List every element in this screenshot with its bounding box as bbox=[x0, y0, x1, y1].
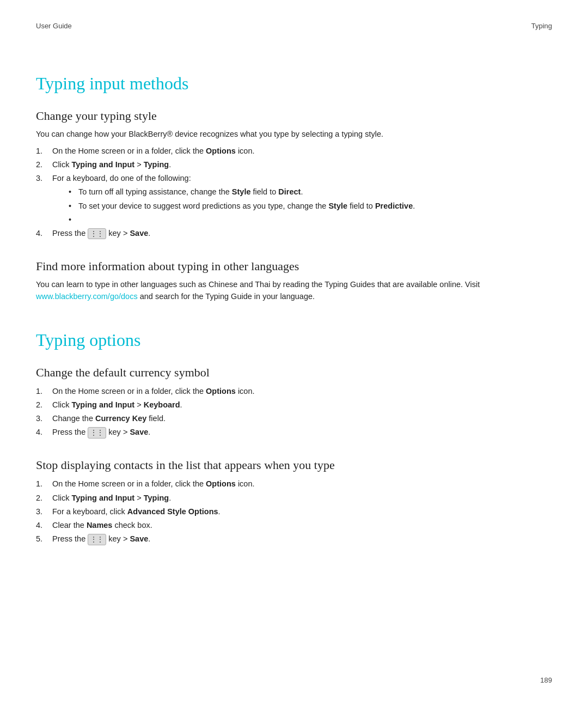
blackberry-link[interactable]: www.blackberry.com/go/docs bbox=[36, 292, 138, 301]
subsection2-title: Find more information about typing in ot… bbox=[36, 259, 552, 273]
header-right: Typing bbox=[531, 22, 552, 30]
section1-title: Typing input methods bbox=[36, 74, 552, 94]
subsection2-body: You can learn to type in other languages… bbox=[36, 279, 552, 303]
bullet-direct: To turn off all typing assistance, chang… bbox=[69, 186, 552, 198]
contacts-title: Stop displaying contacts in the list tha… bbox=[36, 458, 552, 472]
section-typing-options: Typing options Change the default curren… bbox=[36, 330, 552, 546]
contacts-steps: 1. On the Home screen or in a folder, cl… bbox=[36, 478, 552, 545]
header-left: User Guide bbox=[36, 22, 72, 30]
contacts-step-5: 5. Press the ⋮⋮ key > Save. bbox=[36, 533, 552, 545]
subsection-change-currency: Change the default currency symbol 1. On… bbox=[36, 366, 552, 439]
section2-title: Typing options bbox=[36, 330, 552, 350]
currency-step-1: 1. On the Home screen or in a folder, cl… bbox=[36, 385, 552, 398]
subsection-stop-contacts: Stop displaying contacts in the list tha… bbox=[36, 458, 552, 545]
subsection1-title: Change your typing style bbox=[36, 109, 552, 123]
section-typing-input-methods: Typing input methods Change your typing … bbox=[36, 74, 552, 303]
contacts-step-4: 4. Clear the Names check box. bbox=[36, 519, 552, 532]
currency-title: Change the default currency symbol bbox=[36, 366, 552, 380]
step-3-bullets: To turn off all typing assistance, chang… bbox=[69, 186, 552, 226]
currency-step-3: 3. Change the Currency Key field. bbox=[36, 412, 552, 425]
step-4: 4. Press the ⋮⋮ key > Save. bbox=[36, 227, 552, 240]
contacts-step-3: 3. For a keyboard, click Advanced Style … bbox=[36, 506, 552, 518]
step-2: 2. Click Typing and Input > Typing. bbox=[36, 159, 552, 171]
bullet-empty bbox=[69, 214, 552, 226]
subsection1-intro: You can change how your BlackBerry® devi… bbox=[36, 129, 552, 141]
step-1: 1. On the Home screen or in a folder, cl… bbox=[36, 145, 552, 157]
bullet-predictive: To set your device to suggest word predi… bbox=[69, 200, 552, 212]
contacts-step-2: 2. Click Typing and Input > Typing. bbox=[36, 492, 552, 504]
step-3: 3. For a keyboard, do one of the followi… bbox=[36, 172, 552, 226]
contacts-step-1: 1. On the Home screen or in a folder, cl… bbox=[36, 478, 552, 490]
menu-key-icon-2: ⋮⋮ bbox=[88, 427, 106, 439]
subsection-find-more-info: Find more information about typing in ot… bbox=[36, 259, 552, 303]
currency-step-2: 2. Click Typing and Input > Keyboard. bbox=[36, 399, 552, 411]
menu-key-icon-3: ⋮⋮ bbox=[88, 534, 106, 545]
page-number: 189 bbox=[540, 676, 552, 684]
subsection-change-typing-style: Change your typing style You can change … bbox=[36, 109, 552, 240]
menu-key-icon: ⋮⋮ bbox=[88, 228, 106, 240]
currency-steps: 1. On the Home screen or in a folder, cl… bbox=[36, 385, 552, 439]
currency-step-4: 4. Press the ⋮⋮ key > Save. bbox=[36, 426, 552, 439]
change-typing-style-steps: 1. On the Home screen or in a folder, cl… bbox=[36, 145, 552, 240]
